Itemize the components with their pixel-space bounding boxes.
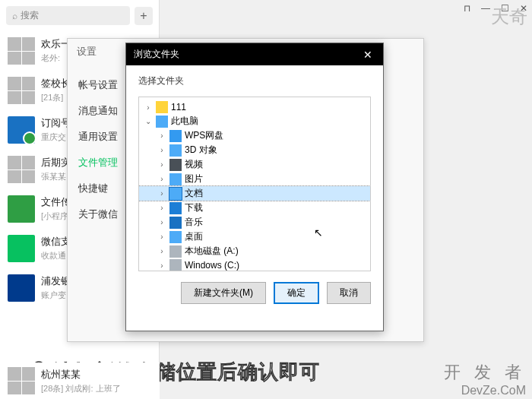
expander-icon[interactable]: › (157, 146, 166, 154)
minimize-icon[interactable]: — (481, 3, 490, 14)
tree-item[interactable]: ›3D 对象 (139, 143, 370, 157)
folder-icon (169, 188, 182, 200)
tree-item[interactable]: ›111 (139, 100, 370, 114)
avatar (8, 77, 35, 104)
tree-item[interactable]: ›本地磁盘 (A:) (139, 244, 370, 258)
folder-icon (156, 101, 168, 113)
tree-label: 图片 (185, 173, 203, 185)
tree-label: 文档 (185, 187, 203, 200)
tree-item[interactable]: ⌄此电脑 (139, 114, 370, 128)
tree-label: 音乐 (185, 216, 203, 229)
folder-icon (156, 116, 168, 128)
tree-label: 视频 (185, 158, 203, 171)
tree-item[interactable]: ›Windows (C:) (139, 258, 370, 271)
expander-icon[interactable]: › (157, 233, 166, 241)
expander-icon[interactable]: › (157, 204, 166, 212)
tree-label: 本地磁盘 (A:) (185, 245, 239, 258)
expander-icon[interactable]: › (144, 103, 153, 112)
settings-nav-item[interactable]: 消息通知 (68, 98, 128, 124)
folder-icon (169, 130, 182, 142)
folder-icon (169, 159, 182, 171)
chat-subtitle: [28条] 刘成刚: 上班了 (41, 383, 152, 394)
folder-icon (169, 202, 182, 214)
expander-icon[interactable]: › (157, 189, 166, 198)
avatar (8, 235, 35, 262)
folder-icon (169, 231, 182, 243)
folder-icon (169, 173, 182, 185)
expander-icon[interactable]: › (157, 175, 166, 183)
tree-label: 111 (171, 102, 186, 112)
avatar (8, 116, 35, 144)
ok-button[interactable]: 确定 (274, 282, 319, 304)
expander-icon[interactable]: › (157, 261, 166, 270)
add-button[interactable]: + (135, 7, 153, 25)
avatar (8, 37, 35, 65)
tree-label: Windows (C:) (185, 260, 239, 271)
settings-nav-item[interactable]: 通用设置 (68, 124, 128, 150)
close-icon[interactable]: ✕ (360, 49, 375, 61)
avatar (8, 367, 35, 394)
folder-tree[interactable]: ›111⌄此电脑›WPS网盘›3D 对象›视频›图片›文档›下载›音乐›桌面›本… (138, 97, 371, 271)
avatar (8, 195, 35, 223)
tree-label: WPS网盘 (185, 129, 223, 142)
tree-label: 桌面 (185, 230, 203, 243)
dialog-title: 浏览文件夹 (134, 48, 179, 61)
tree-label: 此电脑 (171, 115, 198, 128)
tree-item[interactable]: ›音乐 (139, 215, 370, 230)
watermark-top: 天奇 (491, 5, 527, 29)
tree-item[interactable]: ›下载 (139, 201, 370, 215)
search-placeholder: 搜索 (21, 9, 39, 22)
settings-nav-item[interactable]: 文件管理 (68, 150, 128, 176)
dialog-label: 选择文件夹 (126, 65, 383, 97)
expander-icon[interactable]: ⌄ (144, 117, 153, 125)
settings-nav-item[interactable]: 帐号设置 (68, 72, 128, 98)
folder-icon (169, 144, 182, 157)
search-icon: ⌕ (12, 11, 17, 21)
settings-nav: 帐号设置消息通知通用设置文件管理快捷键关于微信 (68, 65, 128, 343)
avatar (8, 156, 35, 183)
folder-icon (169, 245, 182, 258)
tree-label: 3D 对象 (185, 144, 217, 157)
settings-nav-item[interactable]: 快捷键 (68, 176, 128, 201)
chat-title: 杭州某某 (41, 368, 152, 382)
cancel-button[interactable]: 取消 (327, 282, 371, 304)
watermark-bottom: DevZe.CoM (461, 384, 526, 397)
pin-icon[interactable]: ⊓ (464, 3, 470, 14)
expander-icon[interactable]: › (157, 247, 166, 255)
watermark-mid: 开 发 者 (444, 361, 526, 384)
new-folder-button[interactable]: 新建文件夹(M) (181, 282, 266, 304)
tree-item[interactable]: ›视频 (139, 157, 370, 172)
tree-item[interactable]: ›桌面 (139, 230, 370, 244)
tree-item[interactable]: ›WPS网盘 (139, 128, 370, 143)
folder-icon (169, 217, 182, 229)
search-input[interactable]: ⌕ 搜索 (6, 6, 130, 25)
tree-item[interactable]: ›文档 (139, 186, 370, 201)
avatar (8, 274, 35, 302)
expander-icon[interactable]: › (157, 218, 166, 226)
chat-item[interactable]: 杭州某某 [28条] 刘成刚: 上班了 (0, 363, 160, 399)
folder-icon (169, 259, 182, 271)
expander-icon[interactable]: › (157, 160, 166, 169)
expander-icon[interactable]: › (157, 131, 166, 140)
tree-item[interactable]: ›图片 (139, 172, 370, 186)
settings-nav-item[interactable]: 关于微信 (68, 201, 128, 227)
browse-folder-dialog: 浏览文件夹 ✕ 选择文件夹 ›111⌄此电脑›WPS网盘›3D 对象›视频›图片… (125, 43, 384, 331)
tree-label: 下载 (185, 201, 203, 214)
